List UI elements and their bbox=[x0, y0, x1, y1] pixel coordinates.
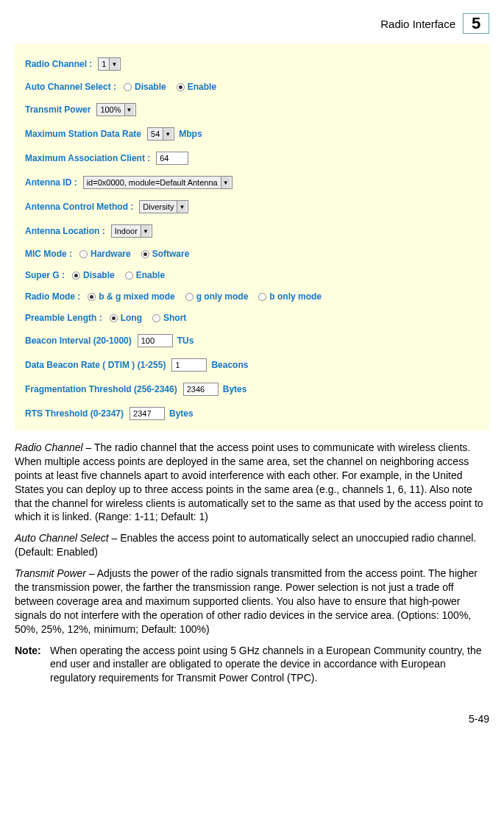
antenna-ctrl-select[interactable]: Diversity ▼ bbox=[139, 200, 188, 213]
row-transmit-power: Transmit Power 100% ▼ bbox=[25, 103, 480, 116]
row-antenna-ctrl: Antenna Control Method : Diversity ▼ bbox=[25, 200, 480, 213]
max-data-rate-value: 54 bbox=[151, 130, 160, 138]
preamble-label: Preamble Length : bbox=[25, 313, 102, 323]
para-radio-channel: Radio Channel – The radio channel that t… bbox=[15, 441, 489, 524]
row-max-data-rate: Maximum Station Data Rate 54 ▼ Mbps bbox=[25, 127, 480, 141]
antenna-ctrl-label: Antenna Control Method : bbox=[25, 202, 133, 212]
dtim-value: 1 bbox=[175, 361, 180, 369]
dropdown-arrow-icon: ▼ bbox=[124, 104, 134, 116]
radio-mode-b-only[interactable]: b only mode bbox=[258, 291, 322, 302]
dtim-input[interactable]: 1 bbox=[171, 358, 207, 372]
text-radio-channel: – The radio channel that the access poin… bbox=[15, 441, 483, 522]
preamble-long[interactable]: Long bbox=[110, 313, 142, 323]
radio-channel-value: 1 bbox=[102, 60, 106, 68]
radio-icon bbox=[72, 272, 80, 280]
rts-threshold-label: RTS Threshold (0-2347) bbox=[25, 408, 124, 419]
max-data-rate-label: Maximum Station Data Rate bbox=[25, 129, 141, 139]
mic-mode-hardware[interactable]: Hardware bbox=[79, 249, 131, 259]
header-section: Radio Interface bbox=[380, 18, 455, 30]
preamble-short[interactable]: Short bbox=[152, 313, 186, 323]
term-auto-channel: Auto Channel Select bbox=[15, 532, 109, 544]
dropdown-arrow-icon: ▼ bbox=[141, 225, 150, 237]
antenna-id-label: Antenna ID : bbox=[25, 177, 77, 188]
para-transmit-power: Transmit Power – Adjusts the power of th… bbox=[15, 567, 489, 636]
max-data-rate-select[interactable]: 54 ▼ bbox=[147, 127, 174, 141]
dropdown-arrow-icon: ▼ bbox=[221, 177, 230, 188]
auto-channel-disable[interactable]: Disable bbox=[124, 82, 166, 92]
radio-icon bbox=[152, 314, 160, 322]
frag-threshold-input[interactable]: 2346 bbox=[183, 383, 219, 396]
row-radio-mode: Radio Mode : b & g mixed mode g only mod… bbox=[25, 291, 480, 302]
page-header: Radio Interface 5 bbox=[15, 13, 489, 34]
max-assoc-value: 64 bbox=[160, 154, 168, 163]
frag-threshold-suffix: Bytes bbox=[223, 384, 247, 394]
radio-mode-label: Radio Mode : bbox=[25, 291, 80, 302]
row-auto-channel: Auto Channel Select : Disable Enable bbox=[25, 82, 480, 92]
beacon-interval-input[interactable]: 100 bbox=[138, 334, 173, 347]
antenna-loc-label: Antenna Location : bbox=[25, 226, 105, 236]
rts-threshold-suffix: Bytes bbox=[169, 408, 194, 419]
antenna-id-select[interactable]: id=0x0000, module=Default Antenna ▼ bbox=[83, 176, 233, 189]
row-radio-channel: Radio Channel : 1 ▼ bbox=[25, 57, 480, 71]
antenna-loc-select[interactable]: Indoor ▼ bbox=[111, 224, 152, 238]
row-max-assoc: Maximum Association Client : 64 bbox=[25, 152, 480, 165]
note-text: When operating the access point using 5 … bbox=[50, 644, 489, 686]
transmit-power-value: 100% bbox=[100, 105, 121, 114]
max-assoc-input[interactable]: 64 bbox=[156, 152, 188, 165]
auto-channel-enable[interactable]: Enable bbox=[177, 82, 216, 92]
row-rts-threshold: RTS Threshold (0-2347) 2347 Bytes bbox=[25, 407, 480, 420]
page-number: 5-49 bbox=[15, 713, 489, 725]
super-g-disable[interactable]: Disable bbox=[72, 270, 115, 280]
antenna-id-value: id=0x0000, module=Default Antenna bbox=[87, 178, 218, 187]
beacon-interval-label: Beacon Interval (20-1000) bbox=[25, 336, 132, 346]
rts-threshold-input[interactable]: 2347 bbox=[129, 407, 165, 420]
mic-mode-label: MIC Mode : bbox=[25, 249, 72, 259]
term-radio-channel: Radio Channel bbox=[15, 441, 83, 453]
dtim-label: Data Beacon Rate ( DTIM ) (1-255) bbox=[25, 360, 166, 370]
radio-mode-g-only[interactable]: g only mode bbox=[185, 291, 249, 302]
row-super-g: Super G : Disable Enable bbox=[25, 270, 480, 280]
transmit-power-select[interactable]: 100% ▼ bbox=[96, 103, 135, 116]
radio-icon bbox=[141, 250, 149, 258]
row-frag-threshold: Fragmentation Threshold (256-2346) 2346 … bbox=[25, 383, 480, 396]
radio-icon bbox=[185, 293, 194, 301]
radio-icon bbox=[125, 272, 133, 280]
term-transmit-power: Transmit Power bbox=[15, 567, 86, 579]
radio-icon bbox=[79, 250, 88, 258]
max-assoc-label: Maximum Association Client : bbox=[25, 153, 150, 163]
note-block: Note: When operating the access point us… bbox=[15, 644, 489, 686]
max-data-rate-suffix: Mbps bbox=[179, 129, 202, 139]
beacon-interval-suffix: TUs bbox=[177, 336, 194, 346]
transmit-power-label: Transmit Power bbox=[25, 104, 90, 115]
radio-icon bbox=[110, 314, 118, 322]
body-text: Radio Channel – The radio channel that t… bbox=[15, 441, 489, 685]
row-preamble: Preamble Length : Long Short bbox=[25, 313, 480, 323]
note-label: Note: bbox=[15, 644, 50, 686]
frag-threshold-label: Fragmentation Threshold (256-2346) bbox=[25, 384, 177, 394]
radio-channel-label: Radio Channel : bbox=[25, 59, 92, 69]
radio-icon bbox=[88, 293, 96, 301]
para-auto-channel: Auto Channel Select – Enables the access… bbox=[15, 531, 489, 559]
radio-config-panel: Radio Channel : 1 ▼ Auto Channel Select … bbox=[15, 44, 489, 430]
radio-channel-select[interactable]: 1 ▼ bbox=[98, 57, 121, 71]
rts-threshold-value: 2347 bbox=[133, 409, 151, 418]
dropdown-arrow-icon: ▼ bbox=[163, 128, 172, 140]
mic-mode-software[interactable]: Software bbox=[141, 249, 190, 259]
row-antenna-loc: Antenna Location : Indoor ▼ bbox=[25, 224, 480, 238]
row-dtim: Data Beacon Rate ( DTIM ) (1-255) 1 Beac… bbox=[25, 358, 480, 372]
row-beacon-interval: Beacon Interval (20-1000) 100 TUs bbox=[25, 334, 480, 347]
row-antenna-id: Antenna ID : id=0x0000, module=Default A… bbox=[25, 176, 480, 189]
dtim-suffix: Beacons bbox=[211, 360, 248, 370]
dropdown-arrow-icon: ▼ bbox=[177, 201, 186, 213]
radio-mode-mixed[interactable]: b & g mixed mode bbox=[88, 291, 174, 302]
super-g-enable[interactable]: Enable bbox=[125, 270, 165, 280]
super-g-label: Super G : bbox=[25, 270, 65, 280]
dropdown-arrow-icon: ▼ bbox=[109, 58, 118, 70]
radio-icon bbox=[177, 83, 185, 91]
antenna-loc-value: Indoor bbox=[115, 227, 138, 235]
radio-icon bbox=[258, 293, 266, 301]
chapter-number-box: 5 bbox=[463, 13, 489, 34]
radio-icon bbox=[124, 83, 132, 91]
row-mic-mode: MIC Mode : Hardware Software bbox=[25, 249, 480, 259]
beacon-interval-value: 100 bbox=[141, 336, 155, 345]
